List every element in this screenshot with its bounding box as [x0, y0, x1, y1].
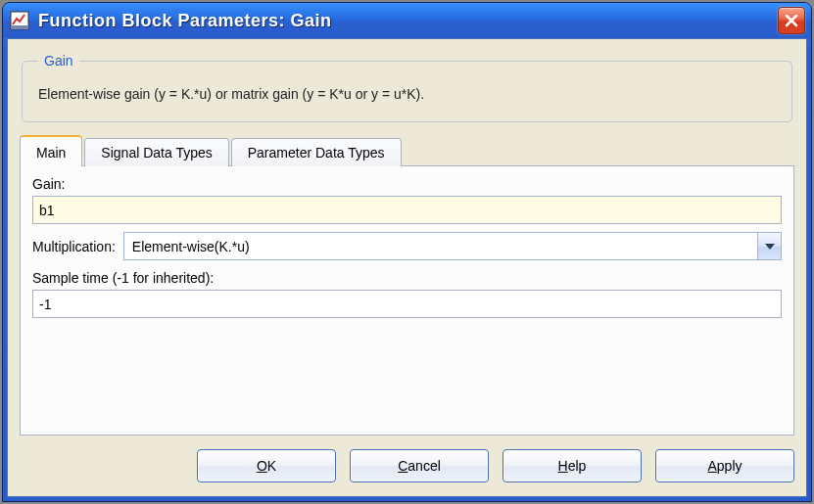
mnemonic: A [707, 458, 716, 474]
close-button[interactable] [778, 7, 805, 34]
field-multiplication: Multiplication: Element-wise(K.*u) [32, 232, 782, 260]
select-dropdown-button[interactable] [757, 233, 781, 259]
select-multiplication[interactable]: Element-wise(K.*u) [123, 232, 782, 260]
label-sample-time: Sample time (-1 for inherited): [32, 270, 782, 286]
button-row: OK Cancel Help Apply [20, 449, 794, 482]
label-gain: Gain: [32, 176, 782, 192]
input-gain[interactable] [32, 196, 782, 224]
dialog-window: Function Block Parameters: Gain Gain Ele… [2, 2, 812, 502]
tab-main[interactable]: Main [20, 135, 82, 166]
group-gain: Gain Element-wise gain (y = K.*u) or mat… [22, 53, 792, 122]
tab-label: Signal Data Types [101, 145, 212, 160]
apply-button[interactable]: Apply [655, 449, 794, 482]
window-title: Function Block Parameters: Gain [38, 11, 778, 31]
button-label-rest: pply [717, 458, 742, 474]
tab-parameter-data-types[interactable]: Parameter Data Types [231, 138, 402, 166]
label-multiplication: Multiplication: [32, 239, 116, 254]
button-label-rest: elp [568, 458, 587, 474]
group-legend: Gain [38, 53, 79, 69]
chevron-down-icon [765, 244, 775, 250]
mnemonic: C [398, 458, 407, 474]
tab-label: Parameter Data Types [248, 145, 385, 160]
help-button[interactable]: Help [503, 449, 642, 482]
tab-signal-data-types[interactable]: Signal Data Types [84, 138, 228, 166]
group-description: Element-wise gain (y = K.*u) or matrix g… [38, 86, 776, 102]
tab-panel-main: Gain: Multiplication: Element-wise(K.*u) [20, 165, 794, 435]
input-sample-time[interactable] [32, 290, 782, 318]
mnemonic: O [257, 458, 267, 474]
field-sample-time: Sample time (-1 for inherited): [32, 270, 782, 318]
select-multiplication-value: Element-wise(K.*u) [124, 233, 757, 259]
button-label-rest: K [267, 458, 276, 474]
tab-label: Main [36, 145, 66, 160]
cancel-button[interactable]: Cancel [350, 449, 489, 482]
ok-button[interactable]: OK [197, 449, 336, 482]
mnemonic: H [558, 458, 568, 474]
titlebar[interactable]: Function Block Parameters: Gain [3, 3, 811, 38]
field-gain: Gain: [32, 176, 782, 224]
tabs-area: Main Signal Data Types Parameter Data Ty… [20, 134, 794, 435]
svg-rect-1 [11, 25, 28, 29]
client-area: Gain Element-wise gain (y = K.*u) or mat… [7, 38, 807, 497]
button-label-rest: ancel [407, 458, 440, 474]
tab-row: Main Signal Data Types Parameter Data Ty… [20, 134, 794, 165]
app-icon [9, 10, 30, 31]
close-icon [785, 14, 798, 27]
